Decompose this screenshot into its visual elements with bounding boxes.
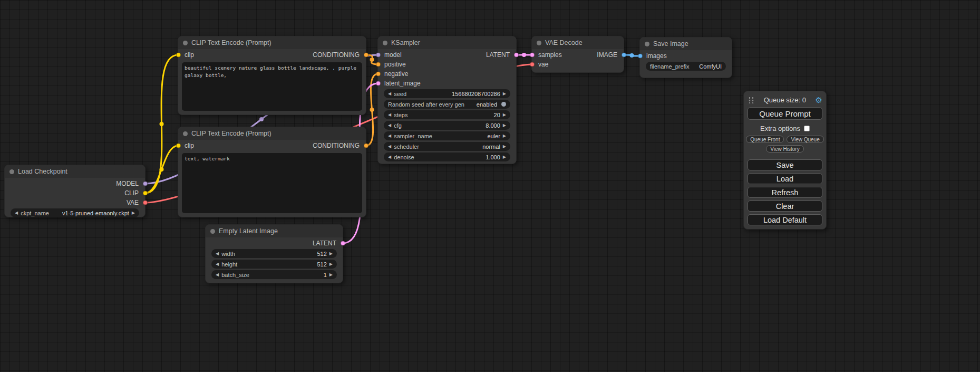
queue-front-view-queue-row: Queue Front View Queue [748,136,822,143]
widget-left-arrow-icon[interactable]: ◀ [15,211,18,215]
output-slot-conditioning-dot[interactable] [364,53,368,58]
node-title-bar[interactable]: Empty Latent Image [206,225,343,237]
node-save-image[interactable]: Save Imageimagesfilename_prefixComfyUI [639,37,732,78]
load-default-button[interactable]: Load Default [748,214,822,225]
widget-value: 512 [317,261,326,268]
widget-left-arrow-icon[interactable]: ◀ [388,145,391,149]
output-slot-latent-dot[interactable] [341,241,345,246]
link-midpoint-dot[interactable] [370,58,374,62]
input-slot-images-dot[interactable] [638,54,643,59]
queue-front-button[interactable]: Queue Front [746,136,784,143]
widget-ckpt-name[interactable]: ◀ckpt_namev1-5-pruned-emaonly.ckpt▶ [11,208,139,217]
input-slot-latent-image-dot[interactable] [376,81,381,86]
node-empty-latent[interactable]: Empty Latent ImageLATENT◀width512▶◀heigh… [205,224,343,283]
link-midpoint-dot[interactable] [522,53,526,57]
collapse-dot-icon[interactable] [210,229,215,234]
widget-right-arrow-icon[interactable]: ▶ [132,211,135,215]
widget-right-arrow-icon[interactable]: ▶ [329,273,333,277]
widget-height[interactable]: ◀height512▶ [211,260,337,269]
widget-value: 8.000 [486,122,500,129]
widget-right-arrow-icon[interactable]: ▶ [503,155,506,159]
input-slot-negative-dot[interactable] [376,72,381,77]
input-slot-clip-dot[interactable] [176,144,181,148]
input-slot-model-dot[interactable] [376,53,381,58]
widget-seed[interactable]: ◀seed156680208700286▶ [384,89,510,98]
widget-cfg[interactable]: ◀cfg8.000▶ [384,121,510,130]
node-vae-decode[interactable]: VAE DecodesamplesIMAGEvae [531,36,624,73]
input-slot-vae-dot[interactable] [530,62,535,67]
node-title-bar[interactable]: KSampler [378,36,516,49]
node-clip-positive[interactable]: CLIP Text Encode (Prompt)clipCONDITIONIN… [178,36,366,115]
node-ksampler[interactable]: KSamplermodelLATENTpositivenegativelaten… [377,36,517,164]
widget-steps[interactable]: ◀steps20▶ [384,110,510,119]
output-slot-vae-dot[interactable] [143,201,148,205]
view-queue-button[interactable]: View Queue [787,136,823,143]
widget-right-arrow-icon[interactable]: ▶ [503,145,506,149]
node-title-bar[interactable]: Load Checkpoint [5,165,145,178]
prompt-textarea[interactable] [182,62,362,111]
link-wire-clip-to-clip[interactable] [145,146,178,193]
widget-scheduler[interactable]: ◀schedulernormal▶ [384,142,510,151]
output-slot-clip-dot[interactable] [143,191,148,196]
widget-left-arrow-icon[interactable]: ◀ [388,155,391,159]
output-slot-model-dot[interactable] [143,182,148,186]
widget-denoise[interactable]: ◀denoise1.000▶ [384,152,510,161]
input-slot-samples-dot[interactable] [530,53,535,58]
link-wire-clip-to-clip[interactable] [145,55,178,193]
output-slot-latent-dot[interactable] [514,53,519,58]
widget-right-arrow-icon[interactable]: ▶ [503,92,506,96]
queue-prompt-button[interactable]: Queue Prompt [748,107,822,120]
node-title-bar[interactable]: VAE Decode [532,36,624,49]
widget-sampler-name[interactable]: ◀sampler_nameeuler▶ [384,131,510,140]
node-title-bar[interactable]: Save Image [640,37,732,50]
widget-right-arrow-icon[interactable]: ▶ [329,262,333,266]
widget-left-arrow-icon[interactable]: ◀ [216,262,219,266]
link-midpoint-dot[interactable] [160,122,164,126]
collapse-dot-icon[interactable] [537,41,541,45]
collapse-dot-icon[interactable] [9,169,14,174]
widget-right-arrow-icon[interactable]: ▶ [503,113,506,117]
save-button[interactable]: Save [748,159,822,170]
widget-left-arrow-icon[interactable]: ◀ [388,92,391,96]
widget-left-arrow-icon[interactable]: ◀ [388,113,391,117]
widget-left-arrow-icon[interactable]: ◀ [216,273,219,277]
toggle-dot-icon[interactable] [501,102,506,107]
node-load-checkpoint[interactable]: Load CheckpointMODELCLIPVAE◀ckpt_namev1-… [4,165,145,217]
drag-handle-icon[interactable] [748,96,754,103]
link-midpoint-dot[interactable] [630,53,634,58]
widget-filename-prefix[interactable]: filename_prefixComfyUI [646,62,726,71]
widget-random-seed-after-every-gen[interactable]: Random seed after every genenabled [384,100,510,109]
graph-canvas[interactable]: Load CheckpointMODELCLIPVAE◀ckpt_namev1-… [0,0,980,372]
widget-left-arrow-icon[interactable]: ◀ [216,252,219,256]
node-title-bar[interactable]: CLIP Text Encode (Prompt) [178,127,366,140]
widget-left-arrow-icon[interactable]: ◀ [388,134,391,138]
collapse-dot-icon[interactable] [183,131,188,136]
widget-right-arrow-icon[interactable]: ▶ [329,252,333,256]
clear-button[interactable]: Clear [748,201,822,212]
load-button[interactable]: Load [748,173,822,184]
collapse-dot-icon[interactable] [183,41,188,45]
widget-name: denoise [394,154,414,160]
output-slot-conditioning-dot[interactable] [364,144,368,148]
node-title-bar[interactable]: CLIP Text Encode (Prompt) [178,36,366,49]
prompt-textarea[interactable] [182,153,362,213]
collapse-dot-icon[interactable] [645,42,649,46]
widget-width[interactable]: ◀width512▶ [211,249,337,258]
refresh-button[interactable]: Refresh [748,187,822,198]
node-clip-negative[interactable]: CLIP Text Encode (Prompt)clipCONDITIONIN… [178,127,366,217]
input-slot-positive-dot[interactable] [376,62,381,67]
output-slot-image-dot[interactable] [622,53,626,58]
link-midpoint-dot[interactable] [370,108,374,112]
input-slot-clip-dot[interactable] [176,53,181,58]
widget-batch-size[interactable]: ◀batch_size1▶ [211,270,337,279]
widget-right-arrow-icon[interactable]: ▶ [503,134,506,138]
widget-left-arrow-icon[interactable]: ◀ [388,123,391,128]
link-midpoint-dot[interactable] [160,167,164,171]
widget-name: scheduler [394,144,419,150]
collapse-dot-icon[interactable] [383,41,387,45]
view-history-button[interactable]: View History [766,145,803,152]
widget-right-arrow-icon[interactable]: ▶ [503,123,506,128]
settings-gear-icon[interactable]: ⚙ [816,96,822,104]
extra-options-checkbox[interactable] [804,126,810,131]
link-midpoint-dot[interactable] [259,117,264,121]
